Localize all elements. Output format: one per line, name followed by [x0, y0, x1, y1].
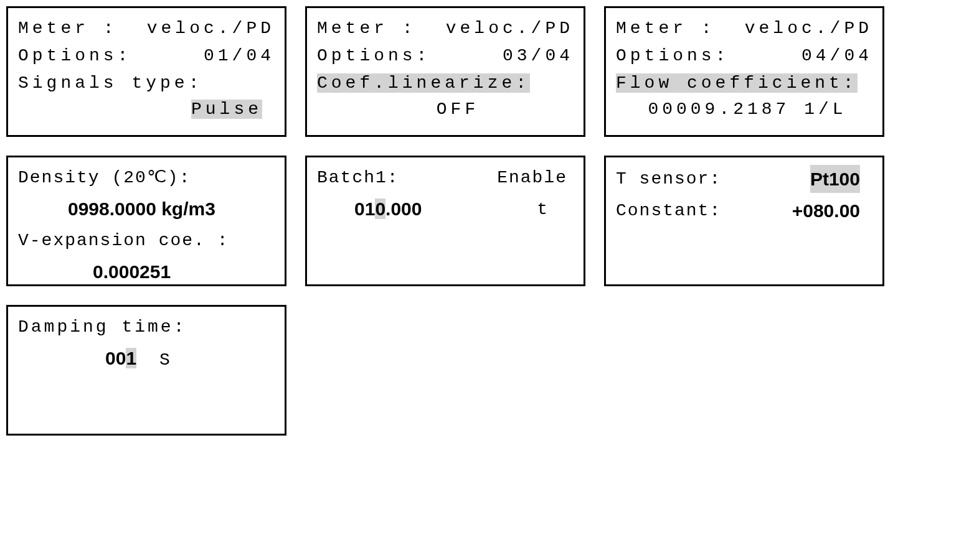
damping-time-label: Damping time:	[18, 317, 186, 337]
damping-cursor[interactable]: 1	[126, 348, 136, 368]
panel-batch[interactable]: Batch1: Enable 010.000 t	[305, 156, 585, 286]
v-expansion-value[interactable]: 0.000251	[93, 261, 171, 282]
signals-type-value[interactable]: Pulse	[191, 100, 262, 119]
coef-linearize-label[interactable]: Coef.linearize:	[317, 73, 530, 93]
t-sensor-label: T sensor:	[616, 166, 721, 192]
options-label: Options:	[616, 43, 729, 69]
panel-flow-coefficient[interactable]: Meter : veloc./PD Options: 04/04 Flow co…	[604, 6, 884, 137]
batch-cursor[interactable]: 0	[375, 198, 385, 219]
options-value: 01/04	[204, 43, 275, 69]
options-label: Options:	[317, 43, 430, 69]
panel-coef-linearize[interactable]: Meter : veloc./PD Options: 03/04 Coef.li…	[305, 6, 585, 137]
meter-label: Meter :	[616, 16, 716, 42]
v-expansion-label: V-expansion coe. :	[18, 231, 229, 250]
options-value: 04/04	[801, 43, 872, 69]
meter-value: veloc./PD	[446, 16, 574, 42]
t-sensor-value[interactable]: Pt100	[810, 165, 860, 193]
panel-density[interactable]: Density (20℃): 0998.0000 kg/m3 V-expansi…	[6, 156, 286, 286]
signals-type-label: Signals type:	[18, 73, 202, 93]
batch-value[interactable]: 010.000	[354, 195, 422, 224]
meter-label: Meter :	[18, 16, 118, 42]
meter-value: veloc./PD	[745, 16, 872, 42]
flow-coefficient-value: 00009.2187 1/L	[648, 100, 846, 119]
meter-label: Meter :	[317, 16, 417, 42]
damping-time-value[interactable]: 001	[105, 350, 147, 370]
damping-unit: S	[159, 350, 171, 370]
flow-coefficient-label[interactable]: Flow coefficient:	[616, 73, 858, 93]
options-label: Options:	[18, 43, 131, 69]
meter-value: veloc./PD	[147, 16, 275, 42]
constant-label: Constant:	[616, 198, 721, 224]
density-label: Density (20℃):	[18, 168, 191, 187]
panel-signals-type[interactable]: Meter : veloc./PD Options: 01/04 Signals…	[6, 6, 286, 137]
options-value: 03/04	[503, 43, 574, 69]
coef-linearize-value: OFF	[437, 100, 479, 119]
constant-value[interactable]: +080.00	[792, 197, 860, 225]
batch-label: Batch1:	[317, 165, 399, 191]
panel-t-sensor[interactable]: T sensor: Pt100 Constant: +080.00	[604, 156, 884, 286]
batch-status[interactable]: Enable	[497, 165, 567, 191]
density-value[interactable]: 0998.0000 kg/m3	[68, 198, 215, 219]
batch-unit: t	[537, 197, 549, 223]
panel-damping-time[interactable]: Damping time: 001 S	[6, 305, 286, 436]
